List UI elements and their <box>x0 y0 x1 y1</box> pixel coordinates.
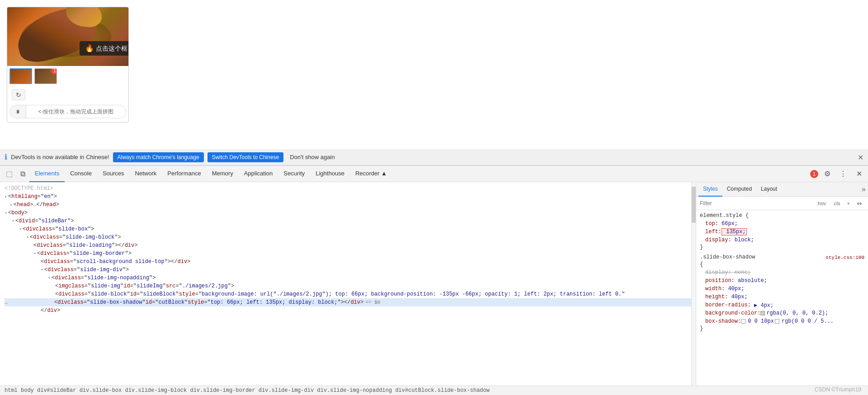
style-line: background-color: rgba(0, 0, 0, 0.2); <box>700 309 864 317</box>
tab-styles[interactable]: Styles <box>698 182 722 197</box>
html-line: ▾ <div class="slide-img-nopadding"> <box>5 274 693 282</box>
pause-button[interactable]: ⏸ <box>10 105 26 118</box>
html-line: ▾ <div class="slide-box"> <box>5 225 693 233</box>
slider-main-image: 🔥点击这个框 <box>7 7 129 66</box>
style-line: display: block; <box>700 236 864 244</box>
style-line: height: 40px; <box>700 293 864 301</box>
inspect-element-icon[interactable]: ⬚ <box>2 166 16 182</box>
tab-lighthouse[interactable]: Lighthouse <box>310 166 350 182</box>
slide-control-bar: ⏸ <-按住滑块，拖动完成上面拼图 <box>9 105 126 118</box>
style-selector: element.style { <box>700 212 864 219</box>
html-line: ▾ <div class="slide-img-border"> <box>5 249 693 258</box>
slider-tooltip: 🔥点击这个框 <box>80 41 129 56</box>
style-line: top: 66px; <box>700 220 864 228</box>
csdn-watermark: CSDN ©Triumph19 <box>815 386 861 393</box>
devtools-notification-bar: ℹ DevTools is now available in Chinese! … <box>0 149 868 165</box>
add-style-btn[interactable]: + <box>845 199 852 207</box>
info-icon: ℹ <box>5 153 7 161</box>
more-options-icon[interactable]: ⋮ <box>836 166 850 182</box>
html-line: </div> <box>5 306 693 315</box>
error-count-badge: 1 <box>810 170 818 178</box>
html-line: <div class="slide-loading"></div> <box>5 241 693 249</box>
slider-widget: 🔥点击这个框 1 ↻ ⏸ <-按住滑块，拖动完成上面拼图 <box>7 7 129 122</box>
devtools-panel: ⬚ ⧉ Elements Console Sources Network Per… <box>0 165 868 395</box>
tab-security[interactable]: Security <box>278 166 310 182</box>
tab-computed[interactable]: Computed <box>722 182 756 197</box>
style-block-shadow: .slide-box-shadow style.css:100 { displa… <box>700 254 864 332</box>
fire-icon: 🔥 <box>85 44 94 52</box>
style-close-brace: } <box>700 244 864 250</box>
notification-close-button[interactable]: ✕ <box>858 153 863 161</box>
tab-memory[interactable]: Memory <box>207 166 239 182</box>
styles-tab-bar: Styles Computed Layout » <box>696 182 868 197</box>
breadcrumb-bar: html body div#slideBar div.slide-box div… <box>0 386 868 395</box>
style-line: border-radius: ▶ 4px; <box>700 301 864 309</box>
color-swatch-transparent[interactable] <box>741 319 745 324</box>
style-line: box-shadow: 0 0 10px rgb(0 0 0 / 5... <box>700 317 864 325</box>
html-line: ▸ <html lang="en"> <box>5 193 693 201</box>
notification-message: DevTools is now available in Chinese! <box>11 154 109 160</box>
html-line: ▾ <body> <box>5 209 693 217</box>
style-line: width: 40px; <box>700 285 864 293</box>
hov-filter-btn[interactable]: :hov <box>814 199 828 207</box>
style-line: display: none; <box>700 268 864 277</box>
html-tree-panel[interactable]: <!DOCTYPE html> ▸ <html lang="en"> ▸ <he… <box>0 182 696 386</box>
tab-console[interactable]: Console <box>65 166 97 182</box>
html-line: ▾ <div class="slide-img-block"> <box>5 233 693 241</box>
thumbnail-2[interactable]: 1 <box>34 68 57 84</box>
close-devtools-icon[interactable]: ✕ <box>852 166 866 182</box>
slide-instruction: <-按住滑块，拖动完成上面拼图 <box>26 108 126 116</box>
style-selector: .slide-box-shadow <box>700 254 755 260</box>
slider-thumbnails: 1 <box>7 66 128 86</box>
dont-show-button[interactable]: Don't show again <box>287 152 337 162</box>
devtools-body: <!DOCTYPE html> ▸ <html lang="en"> ▸ <he… <box>0 182 868 386</box>
tab-performance[interactable]: Performance <box>162 166 206 182</box>
toggle-style-view-btn[interactable]: ⇔ <box>854 198 864 208</box>
styles-filter-input[interactable] <box>700 200 812 207</box>
html-line-highlighted[interactable]: … <div class="slide-box-shadow" id="cutB… <box>5 298 693 306</box>
html-line: <div class="slide-block" id="slideBlock"… <box>5 290 693 298</box>
html-scrollbar[interactable] <box>691 182 696 386</box>
match-language-button[interactable]: Always match Chrome's language <box>113 152 204 162</box>
html-line: ▾ <div class="slide-img-div"> <box>5 266 693 274</box>
notification-badge: 1 <box>51 68 57 75</box>
device-toolbar-icon[interactable]: ⧉ <box>16 166 29 182</box>
style-line: left: 135px; <box>700 228 864 236</box>
html-line: <img class="slide-img" id="slideImg" src… <box>5 282 693 290</box>
settings-icon[interactable]: ⚙ <box>821 166 834 182</box>
style-close-brace: } <box>700 325 864 332</box>
devtools-right-icons: 1 ⚙ ⋮ ✕ <box>810 166 866 182</box>
style-block-element: element.style { top: 66px; left: 135px; … <box>700 212 864 250</box>
breadcrumb: html body div#slideBar div.slide-box div… <box>5 387 490 394</box>
color-swatch-transparent-2[interactable] <box>775 319 779 324</box>
html-line: ▸ <head>…</head> <box>5 201 693 209</box>
color-swatch[interactable] <box>760 311 765 315</box>
html-line: <div class="scroll-background slide-top"… <box>5 258 693 266</box>
dragon-shape <box>12 7 102 66</box>
styles-content: element.style { top: 66px; left: 135px; … <box>696 210 868 386</box>
html-line: ▾ <div id="slideBar"> <box>5 217 693 225</box>
html-line: <!DOCTYPE html> <box>5 184 693 193</box>
tab-network[interactable]: Network <box>130 166 162 182</box>
thumbnail-1[interactable] <box>9 68 32 84</box>
tab-recorder[interactable]: Recorder ▲ <box>350 166 392 182</box>
styles-panel: Styles Computed Layout » :hov .cls + ⇔ e… <box>696 182 868 386</box>
cls-filter-btn[interactable]: .cls <box>830 199 843 207</box>
reload-button[interactable]: ↻ <box>12 89 25 100</box>
switch-chinese-button[interactable]: Switch DevTools to Chinese <box>208 152 284 162</box>
tab-application[interactable]: Application <box>239 166 278 182</box>
browser-content: 🔥点击这个框 1 ↻ ⏸ <-按住滑块，拖动完成上面拼图 <box>0 0 868 149</box>
scrollbar-thumb[interactable] <box>692 187 696 223</box>
style-line: position: absolute; <box>700 277 864 285</box>
style-source[interactable]: style.css:100 <box>826 255 864 260</box>
tab-elements[interactable]: Elements <box>29 166 65 182</box>
tab-sources[interactable]: Sources <box>97 166 130 182</box>
styles-filter-bar: :hov .cls + ⇔ <box>696 197 868 210</box>
styles-more-icon[interactable]: » <box>862 185 866 193</box>
tab-layout[interactable]: Layout <box>756 182 782 197</box>
devtools-tab-bar: ⬚ ⧉ Elements Console Sources Network Per… <box>0 166 868 182</box>
